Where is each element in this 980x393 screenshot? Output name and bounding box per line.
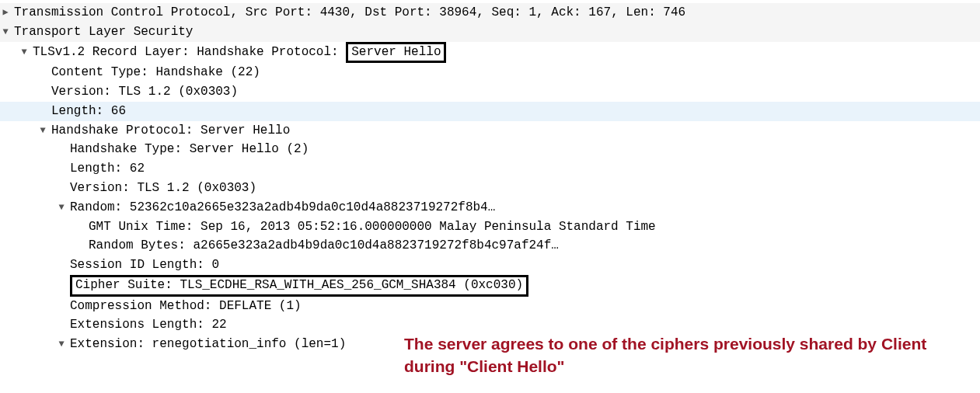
tcp-summary: Transmission Control Protocol, Src Port:… <box>14 3 685 23</box>
tree-row-tls[interactable]: ▼ Transport Layer Security <box>0 23 980 42</box>
tree-row-length-outer[interactable]: Length: 66 <box>0 102 980 121</box>
tls-summary: Transport Layer Security <box>14 23 193 42</box>
record-prefix: TLSv1.2 Record Layer: Handshake Protocol… <box>33 45 346 59</box>
tree-row-random[interactable]: ▼ Random: 52362c10a2665e323a2adb4b9da0c1… <box>0 198 980 217</box>
extensions-length-field: Extensions Length: 22 <box>70 315 227 335</box>
tree-row-cipher-suite[interactable]: Cipher Suite: TLS_ECDHE_RSA_WITH_AES_256… <box>0 275 980 297</box>
extension-reneg-field: Extension: renegotiation_info (len=1) <box>70 335 346 354</box>
tree-row-tcp[interactable]: ▶ Transmission Control Protocol, Src Por… <box>0 3 980 23</box>
random-field: Random: 52362c10a2665e323a2adb4b9da0c10d… <box>70 198 495 217</box>
cipher-suite-field: Cipher Suite: TLS_ECDHE_RSA_WITH_AES_256… <box>70 275 528 297</box>
tree-row-handshake-proto[interactable]: ▼ Handshake Protocol: Server Hello <box>0 121 980 141</box>
tree-row-handshake-type[interactable]: Handshake Type: Server Hello (2) <box>0 140 980 159</box>
random-bytes-field: Random Bytes: a2665e323a2adb4b9da0c10d4a… <box>89 236 559 256</box>
content-type-field: Content Type: Handshake (22) <box>51 63 260 82</box>
length-outer-field: Length: 66 <box>51 102 126 121</box>
version-outer-field: Version: TLS 1.2 (0x0303) <box>51 82 238 102</box>
chevron-right-icon[interactable]: ▶ <box>0 5 11 20</box>
server-hello-highlight: Server Hello <box>346 42 446 64</box>
tree-row-content-type[interactable]: Content Type: Handshake (22) <box>0 63 980 82</box>
tree-row-record-layer[interactable]: ▼ TLSv1.2 Record Layer: Handshake Protoc… <box>0 42 980 64</box>
tree-row-handshake-length[interactable]: Length: 62 <box>0 159 980 179</box>
tree-row-version-outer[interactable]: Version: TLS 1.2 (0x0303) <box>0 82 980 102</box>
gmt-time-field: GMT Unix Time: Sep 16, 2013 05:52:16.000… <box>89 217 656 237</box>
chevron-down-icon[interactable]: ▼ <box>56 200 67 215</box>
protocol-tree[interactable]: ▶ Transmission Control Protocol, Src Por… <box>0 0 980 357</box>
handshake-proto-field: Handshake Protocol: Server Hello <box>51 121 290 141</box>
tree-row-random-bytes[interactable]: Random Bytes: a2665e323a2adb4b9da0c10d4a… <box>0 236 980 256</box>
chevron-down-icon[interactable]: ▼ <box>0 25 11 40</box>
tree-row-session-id-length[interactable]: Session ID Length: 0 <box>0 256 980 275</box>
handshake-length-field: Length: 62 <box>70 159 145 179</box>
tree-row-gmt-time[interactable]: GMT Unix Time: Sep 16, 2013 05:52:16.000… <box>0 217 980 237</box>
tree-row-compression[interactable]: Compression Method: DEFLATE (1) <box>0 297 980 316</box>
chevron-down-icon[interactable]: ▼ <box>19 45 30 60</box>
packet-dissector-pane: ▶ Transmission Control Protocol, Src Por… <box>0 0 980 393</box>
handshake-version-field: Version: TLS 1.2 (0x0303) <box>70 179 256 198</box>
chevron-down-icon[interactable]: ▼ <box>56 337 67 352</box>
record-layer-label: TLSv1.2 Record Layer: Handshake Protocol… <box>33 42 446 64</box>
annotation-text: The server agrees to one of the ciphers … <box>404 332 979 378</box>
handshake-type-field: Handshake Type: Server Hello (2) <box>70 140 309 159</box>
compression-field: Compression Method: DEFLATE (1) <box>70 297 302 316</box>
session-id-length-field: Session ID Length: 0 <box>70 256 219 275</box>
chevron-down-icon[interactable]: ▼ <box>37 123 48 138</box>
tree-row-handshake-version[interactable]: Version: TLS 1.2 (0x0303) <box>0 179 980 198</box>
